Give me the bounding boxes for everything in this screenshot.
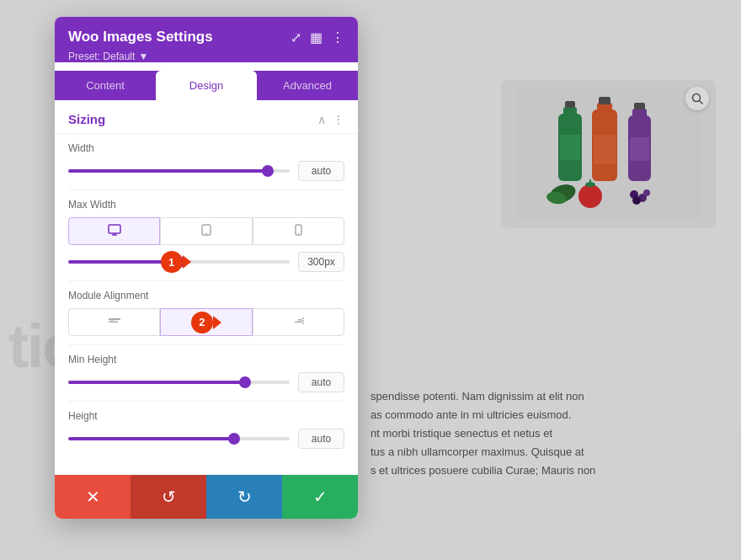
align-btn-left[interactable] (68, 308, 160, 336)
section-collapse-icon[interactable]: ∧ (317, 113, 326, 126)
max-width-value[interactable]: 300px (298, 252, 344, 272)
tab-design[interactable]: Design (156, 71, 257, 100)
width-slider-fill (68, 169, 268, 173)
sizing-title: Sizing (68, 112, 105, 126)
min-height-slider-track[interactable] (68, 381, 290, 384)
width-slider-thumb[interactable] (262, 165, 274, 177)
module-alignment-label: Module Alignment (68, 290, 344, 301)
resp-btn-tablet[interactable] (160, 217, 252, 245)
height-slider-fill (68, 437, 234, 440)
svg-rect-35 (110, 322, 118, 323)
resp-btn-mobile[interactable] (253, 217, 344, 245)
badge-1-arrow (183, 255, 191, 269)
max-width-slider-row: 1 300px (68, 252, 344, 272)
svg-rect-37 (298, 319, 302, 321)
svg-rect-34 (110, 319, 115, 321)
resp-btn-desktop[interactable] (68, 217, 160, 245)
expand-icon[interactable]: ⤢ (291, 29, 301, 45)
panel-body: Sizing ∧ ⋮ Width auto Max Width (55, 100, 358, 474)
min-height-slider-thumb[interactable] (239, 376, 251, 388)
more-icon[interactable]: ⋮ (331, 29, 344, 45)
min-height-value[interactable]: auto (298, 372, 344, 392)
svg-rect-38 (295, 322, 302, 323)
height-slider-thumb[interactable] (228, 433, 240, 445)
spacer (55, 457, 358, 474)
max-width-label: Max Width (68, 199, 344, 211)
badge-2-container: 2 (191, 312, 221, 333)
width-slider-row: auto (68, 161, 344, 181)
section-more-icon[interactable]: ⋮ (333, 113, 344, 126)
responsive-buttons (68, 217, 344, 245)
redo-button[interactable]: ↻ (206, 475, 282, 519)
module-alignment-field: Module Alignment 2 (55, 281, 358, 344)
columns-icon[interactable]: ▦ (310, 29, 323, 45)
height-slider-row: auto (68, 429, 344, 449)
align-btn-right[interactable] (253, 308, 344, 336)
width-label: Width (68, 142, 344, 154)
undo-button[interactable]: ↺ (131, 475, 206, 519)
align-btn-center[interactable]: 2 (160, 308, 252, 336)
panel-header: Woo Images Settings ⤢ ▦ ⋮ Preset: Defaul… (55, 17, 358, 62)
panel-footer: ✕ ↺ ↻ ✓ (55, 474, 358, 519)
cancel-button[interactable]: ✕ (55, 475, 131, 519)
panel-preset[interactable]: Preset: Default ▼ (68, 51, 344, 62)
alignment-buttons: 2 (68, 308, 344, 336)
width-value[interactable]: auto (298, 161, 344, 181)
height-field: Height auto (55, 402, 358, 457)
sizing-section-header: Sizing ∧ ⋮ (55, 100, 358, 134)
width-field: Width auto (55, 134, 358, 189)
svg-point-28 (205, 233, 207, 235)
max-width-slider-track[interactable]: 1 (68, 260, 290, 264)
section-controls: ∧ ⋮ (317, 113, 344, 126)
badge-1: 1 (161, 251, 183, 273)
svg-rect-24 (109, 225, 120, 233)
badge-1-container: 1 (161, 251, 191, 273)
height-value[interactable]: auto (298, 429, 344, 449)
height-slider-track[interactable] (68, 437, 290, 440)
tab-advanced[interactable]: Advanced (257, 71, 358, 100)
tab-content[interactable]: Content (55, 71, 156, 100)
min-height-slider-row: auto (68, 372, 344, 392)
height-label: Height (68, 410, 344, 422)
width-slider-track[interactable] (68, 169, 290, 173)
max-width-field: Max Width (55, 190, 358, 280)
settings-panel: Woo Images Settings ⤢ ▦ ⋮ Preset: Defaul… (55, 17, 358, 519)
svg-point-30 (298, 233, 299, 234)
confirm-button[interactable]: ✓ (282, 475, 358, 519)
panel-tabs: Content Design Advanced (55, 71, 358, 100)
min-height-slider-fill (68, 381, 245, 384)
panel-title: Woo Images Settings (68, 29, 213, 45)
min-height-field: Min Height auto (55, 345, 358, 401)
min-height-label: Min Height (68, 354, 344, 365)
badge-2-arrow (213, 316, 221, 329)
badge-2: 2 (191, 312, 213, 333)
panel-header-icons: ⤢ ▦ ⋮ (291, 29, 344, 45)
